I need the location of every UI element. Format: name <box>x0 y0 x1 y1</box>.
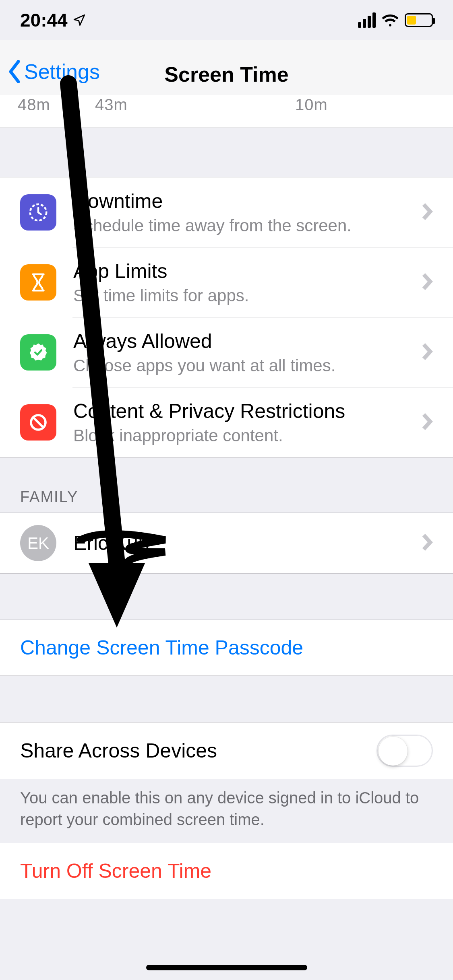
turn-off-group: Turn Off Screen Time <box>0 843 453 899</box>
cell-subtitle: Choose apps you want at all times. <box>73 356 422 375</box>
share-group: Share Across Devices <box>0 722 453 779</box>
turn-off-label: Turn Off Screen Time <box>20 859 211 883</box>
share-footer: You can enable this on any device signed… <box>0 777 453 830</box>
cell-title: Content & Privacy Restrictions <box>73 399 422 423</box>
turn-off-button[interactable]: Turn Off Screen Time <box>0 843 453 899</box>
passcode-group: Change Screen Time Passcode <box>0 620 453 676</box>
always-allowed-row[interactable]: Always Allowed Choose apps you want at a… <box>0 317 453 387</box>
chart-value: 48m <box>18 96 50 114</box>
cell-title: Downtime <box>73 189 422 213</box>
downtime-row[interactable]: Downtime Schedule time away from the scr… <box>0 177 453 247</box>
home-indicator[interactable] <box>146 965 307 970</box>
family-member-name: Eric Kurt <box>73 531 422 555</box>
cell-subtitle: Set time limits for apps. <box>73 286 422 305</box>
battery-icon <box>405 13 433 27</box>
status-bar: 20:44 <box>0 0 453 40</box>
cellular-signal-icon <box>358 12 376 28</box>
hourglass-icon <box>20 264 56 301</box>
options-group: Downtime Schedule time away from the scr… <box>0 177 453 458</box>
location-icon <box>72 13 86 27</box>
chart-value: 43m <box>95 96 128 114</box>
share-across-devices-row[interactable]: Share Across Devices <box>0 723 453 779</box>
badge-check-icon <box>20 334 56 371</box>
no-entry-icon <box>20 404 56 441</box>
app-limits-row[interactable]: App Limits Set time limits for apps. <box>0 247 453 317</box>
page-title: Screen Time <box>0 62 453 86</box>
family-group: EK Eric Kurt <box>0 513 453 574</box>
chevron-right-icon <box>422 343 433 362</box>
cell-title: App Limits <box>73 259 422 283</box>
change-passcode-label: Change Screen Time Passcode <box>20 636 303 659</box>
status-time: 20:44 <box>20 9 68 31</box>
share-label: Share Across Devices <box>20 739 376 762</box>
content-privacy-row[interactable]: Content & Privacy Restrictions Block ina… <box>0 387 453 457</box>
wifi-icon <box>381 13 399 27</box>
chevron-right-icon <box>422 534 433 552</box>
chevron-right-icon <box>422 273 433 292</box>
avatar: EK <box>20 525 56 561</box>
chevron-right-icon <box>422 413 433 432</box>
family-member-row[interactable]: EK Eric Kurt <box>0 513 453 573</box>
cell-title: Always Allowed <box>73 329 422 353</box>
share-toggle[interactable] <box>376 735 433 767</box>
cell-subtitle: Block inappropriate content. <box>73 426 422 445</box>
change-passcode-button[interactable]: Change Screen Time Passcode <box>0 620 453 675</box>
chart-value: 10m <box>295 96 328 114</box>
cell-subtitle: Schedule time away from the screen. <box>73 216 422 235</box>
svg-line-2 <box>33 418 43 428</box>
usage-chart-remnant[interactable]: 48m 43m 10m <box>0 95 453 128</box>
clock-icon <box>20 194 56 231</box>
family-section-header: FAMILY <box>20 488 78 506</box>
chevron-right-icon <box>422 203 433 222</box>
